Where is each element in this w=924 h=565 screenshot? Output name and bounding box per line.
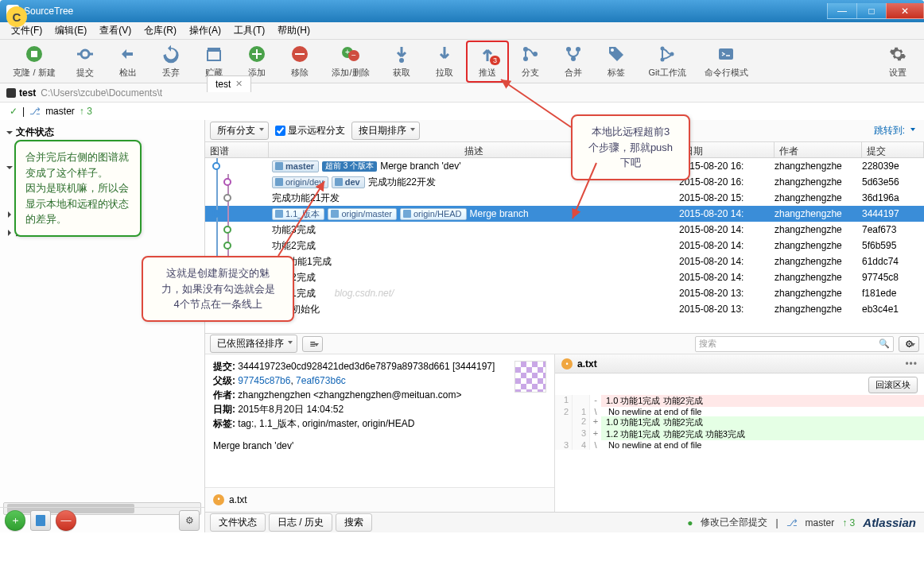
commit-row[interactable]: 1.1_版本origin/masterorigin/HEADMerge bran… [205,206,924,222]
discard-icon [161,44,181,64]
commit-hash: 7eaf673 [862,224,924,235]
sidebar-settings-button[interactable]: ⚙ [179,510,200,531]
diff-line[interactable]: 34\ No newline at end of file [555,440,924,450]
toolbar-label: 分支 [522,67,539,79]
repo-name: test [19,87,36,99]
commit-row[interactable]: 完成功能21开发 2015-08-20 15: zhangzhengzhe 36… [205,190,924,206]
view-mode-button[interactable]: ≡ [302,336,323,352]
commit-row[interactable]: 功能2完成 2015-08-20 14: zhangzhengzhe 5f6b5… [205,238,924,253]
diff-line[interactable]: 1-1.0 功能1完成 功能2完成 [555,395,924,407]
diff-line[interactable]: 2+1.0 功能1完成 功能2完成 [555,416,924,428]
toolbar-label: 推送 [479,67,496,79]
section-filestatus[interactable]: 文件状态 [8,123,204,141]
bottom-tab[interactable]: 搜索 [336,513,372,532]
discard-button[interactable]: 丢弃 [149,41,192,83]
ahead-indicator: ↑ 3 [80,106,92,117]
diff-settings-button[interactable]: ⚙ [899,336,919,352]
diff-line[interactable]: 21\ No newline at end of file [555,407,924,416]
commit-button[interactable]: 提交 [64,41,107,83]
merge-button[interactable]: 合并 [552,41,595,83]
menu-仓库[interactable]: 仓库(R) [138,22,183,39]
tag-button[interactable]: 标签 [595,41,638,83]
branch-icon [275,178,283,186]
remove-button[interactable]: — [56,510,76,531]
menu-操作[interactable]: 操作(A) [183,22,227,39]
current-branch: master [45,106,75,117]
search-placeholder: 搜索 [699,338,716,350]
show-remote-checkbox[interactable]: 显示远程分支 [275,124,345,137]
add-repo-button[interactable]: ＋ [5,510,25,531]
commit-row[interactable]: 功能1完成blog.csdn.net/ 2015-08-20 13: zhang… [205,285,924,301]
search-input[interactable]: 搜索 🔍 [695,336,894,352]
minimize-button[interactable]: — [827,3,857,19]
commit-info: 提交: 344419723e0cd928421ded3d6e7879a89738… [205,354,555,512]
toolbar-label: 设置 [889,67,907,79]
annotation-badge-c: C [6,6,27,27]
menu-编辑[interactable]: 编辑(E) [49,22,93,39]
commit-row[interactable]: 1.1 功能1完成 2015-08-20 14: zhangzhengzhe 6… [205,253,924,269]
maximize-button[interactable]: □ [856,3,887,19]
filter-bar: 所有分支 显示远程分支 按日期排序 跳转到: [205,120,924,142]
bottom-tabs: 文件状态日志 / 历史搜索 ● 修改已全部提交 | ⎇ master ↑ 3 A… [205,512,924,532]
jump-to-dropdown[interactable]: 跳转到: [874,124,919,137]
menu-帮助[interactable]: 帮助(H) [271,22,316,39]
svg-point-18 [566,47,571,52]
toolbar-label: 拉取 [436,67,453,79]
bottom-tab[interactable]: 日志 / 历史 [269,513,332,532]
push-button[interactable]: 推送3 [466,41,509,83]
pull-button[interactable]: 拉取 [423,41,466,83]
checkout-button[interactable]: 检出 [107,41,149,83]
toolbar: 克隆 / 新建提交检出丢弃贮藏添加移除+−添加/删除获取拉取推送3分支合并标签G… [0,40,924,83]
remove-button[interactable]: 移除 [278,41,321,83]
gitflow-button[interactable]: Git工作流 [638,41,697,83]
path-order-dropdown[interactable]: 已依照路径排序 [210,335,297,353]
add-folder-button[interactable] [30,510,51,531]
commit-desc: 完成功能22开发 [368,176,436,189]
close-icon[interactable]: ✕ [235,79,243,89]
branch-icon [331,210,339,218]
diff-file-name: a.txt [577,358,597,370]
parent-link[interactable]: 7eaf673b6c [296,375,346,386]
plus-icon: ＋ [10,513,21,528]
more-icon[interactable]: ••• [905,358,918,370]
addremove-button[interactable]: +−添加/删除 [321,41,380,83]
revert-hunk-button[interactable]: 回滚区块 [868,377,918,393]
detail-toolbar: 已依照路径排序 ≡ 搜索 🔍 ⚙ [205,334,924,354]
col-date[interactable]: 日期 [679,142,775,157]
fetch-icon [391,44,412,64]
tab-test[interactable]: test ✕ [207,75,251,92]
svg-point-2 [81,50,89,58]
commit-hash: eb3c4e1 [862,304,924,315]
pull-icon [434,44,455,64]
fetch-button[interactable]: 获取 [380,41,423,83]
diff-line[interactable]: 3+1.2 功能1完成 功能2完成 功能3完成 [555,428,924,440]
bottom-tab[interactable]: 文件状态 [210,513,266,532]
close-button[interactable]: ✕ [886,3,924,19]
parent-link[interactable]: 97745c87b6 [238,375,290,386]
col-graph[interactable]: 图谱 [205,142,269,157]
terminal-button[interactable]: 命令行模式 [697,41,755,83]
commit-date: 2015-08-20 15: [679,192,775,203]
disclosure-icon [6,131,13,134]
menu-工具[interactable]: 工具(T) [227,22,271,39]
col-author[interactable]: 作者 [775,142,862,157]
commit-date: 2015-08-20 14: [679,240,775,251]
clone-button[interactable]: 克隆 / 新建 [5,41,64,83]
commit-row[interactable]: 功能2完成 2015-08-20 14: zhangzhengzhe 97745… [205,269,924,285]
branch-icon [520,44,541,64]
commit-row[interactable]: 项目初始化 2015-08-20 13: zhangzhengzhe eb3c4… [205,301,924,317]
changed-file-row[interactable]: • a.txt [205,487,554,512]
commit-row[interactable]: origin/devdev完成功能22开发 2015-08-20 16: zha… [205,174,924,190]
branch-filter-dropdown[interactable]: 所有分支 [210,122,269,140]
col-hash[interactable]: 提交 [862,142,924,157]
toolbar-label: Git工作流 [648,67,685,79]
commit-hash: 3444197 [862,208,924,219]
menu-查看[interactable]: 查看(V) [93,22,138,39]
commit-row[interactable]: 功能3完成 2015-08-20 14: zhangzhengzhe 7eaf6… [205,222,924,238]
sort-dropdown[interactable]: 按日期排序 [351,122,420,140]
settings-button[interactable]: 设置 [876,41,919,83]
branch-button[interactable]: 分支 [509,41,552,83]
commit-date: 2015-08-20 14: [679,256,775,267]
commit-row[interactable]: master超前 3 个版本Merge branch 'dev' 2015-08… [205,158,924,174]
show-remote-checkbox-input[interactable] [275,126,285,136]
